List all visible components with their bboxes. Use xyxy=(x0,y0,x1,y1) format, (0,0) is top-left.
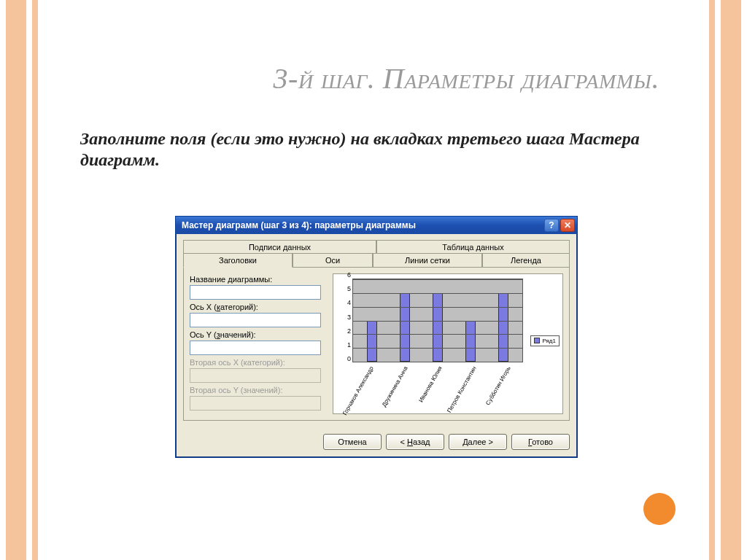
x-labels: Горчаков АлександрДружинина АннаИванова … xyxy=(352,364,523,412)
y-tick-label: 5 xyxy=(341,285,351,292)
tabstrip-top: Подписи данных Таблица данных xyxy=(183,240,570,254)
y-tick-label: 0 xyxy=(341,355,351,362)
dialog-button-row: Отмена < Назад Далее > Готово xyxy=(176,428,577,457)
tab-data-labels[interactable]: Подписи данных xyxy=(183,240,376,254)
gridline xyxy=(353,307,522,308)
dialog-title: Мастер диаграмм (шаг 3 из 4): параметры … xyxy=(182,220,416,230)
y-axis-input[interactable] xyxy=(190,341,321,355)
slide-stripe-left-inner xyxy=(32,0,38,560)
cancel-button[interactable]: Отмена xyxy=(323,434,382,450)
bar xyxy=(367,321,377,362)
tab-data-table[interactable]: Таблица данных xyxy=(376,240,570,254)
legend-box: Ряд1 xyxy=(530,335,560,346)
y-tick-label: 2 xyxy=(341,327,351,335)
chart-title-input[interactable] xyxy=(190,285,321,300)
slide-stripe-right-outer xyxy=(721,0,741,560)
y-axis-label: Ось Y (значений): xyxy=(190,330,328,339)
y-tick-label: 3 xyxy=(341,314,351,321)
x-tick-label: Иванова Юлия xyxy=(417,365,443,403)
x-tick-label: Дружинина Анна xyxy=(381,365,409,408)
gridline xyxy=(353,279,522,280)
gridline xyxy=(353,348,522,349)
x2-axis-label: Вторая ось X (категорий): xyxy=(190,358,328,367)
bar xyxy=(433,293,443,362)
gridline xyxy=(353,362,522,362)
tab-axes[interactable]: Оси xyxy=(293,253,373,268)
x-axis-input[interactable] xyxy=(190,313,321,327)
next-button[interactable]: Далее > xyxy=(449,434,507,450)
legend-swatch xyxy=(534,338,540,343)
tab-legend[interactable]: Легенда xyxy=(482,253,570,268)
slide-stripe-left-outer xyxy=(6,0,26,560)
back-button[interactable]: < Назад xyxy=(386,434,444,450)
tabpanel-titles: Название диаграммы: Ось X (категорий): О… xyxy=(183,268,570,421)
tabstrip-bottom: Заголовки Оси Линии сетки Легенда xyxy=(183,253,570,268)
dialog-titlebar[interactable]: Мастер диаграмм (шаг 3 из 4): параметры … xyxy=(176,217,577,234)
plot-area xyxy=(352,279,523,362)
decor-dot xyxy=(643,493,676,525)
help-button[interactable]: ? xyxy=(544,219,559,232)
slide-title: 3-й шаг. Параметры диаграммы. xyxy=(88,61,659,96)
gridline xyxy=(353,293,522,294)
y-tick-label: 1 xyxy=(341,341,351,349)
bar xyxy=(400,293,410,362)
x-axis-label: Ось X (категорий): xyxy=(190,303,328,311)
x2-axis-input xyxy=(190,368,321,383)
dialog-body: Подписи данных Таблица данных Заголовки … xyxy=(176,234,577,428)
chart-preview: Ряд1 Горчаков АлександрДружинина АннаИва… xyxy=(333,273,563,414)
finish-button[interactable]: Готово xyxy=(511,434,570,450)
gridline xyxy=(353,334,522,335)
tab-titles[interactable]: Заголовки xyxy=(183,253,293,268)
fields-column: Название диаграммы: Ось X (категорий): О… xyxy=(190,273,328,414)
bar xyxy=(498,293,508,362)
y-tick-label: 4 xyxy=(341,299,351,306)
close-button[interactable]: ✕ xyxy=(560,219,575,232)
chart-title-label: Название диаграммы: xyxy=(190,275,328,284)
y2-axis-input xyxy=(190,396,321,411)
chart-wizard-dialog: Мастер диаграмм (шаг 3 из 4): параметры … xyxy=(175,216,578,458)
bar xyxy=(465,321,476,362)
y2-axis-label: Вторая ось Y (значений): xyxy=(190,386,328,394)
y-tick-label: 6 xyxy=(341,271,351,279)
x-tick-label: Субботин Игорь xyxy=(484,365,512,406)
x-tick-label: Петров Константин xyxy=(446,365,478,413)
legend-text: Ряд1 xyxy=(542,338,556,344)
x-tick-label: Горчаков Александр xyxy=(342,365,376,416)
tab-gridlines[interactable]: Линии сетки xyxy=(373,253,482,268)
slide-stripe-right-inner xyxy=(709,0,715,560)
slide-subtitle: Заполните поля (если это нужно) на вклад… xyxy=(80,128,667,171)
gridline xyxy=(353,321,522,322)
